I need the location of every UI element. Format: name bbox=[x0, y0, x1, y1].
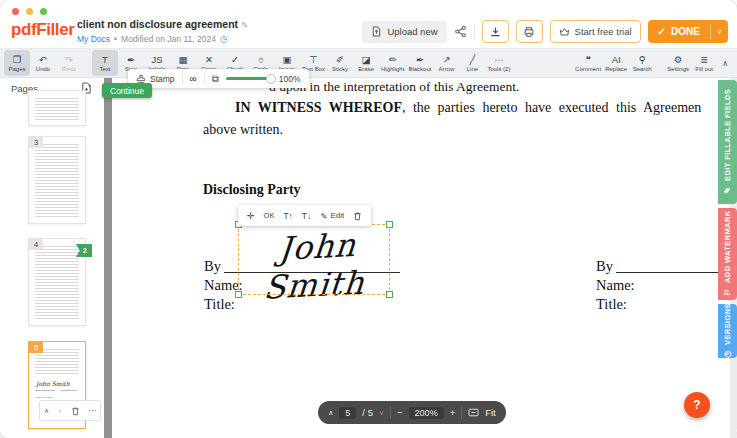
resize-handle[interactable] bbox=[386, 291, 393, 298]
doc-line-3: above written. bbox=[203, 122, 283, 138]
download-button[interactable] bbox=[482, 20, 509, 43]
zoom-in-button[interactable]: + bbox=[450, 407, 456, 418]
continue-button[interactable]: Continue bbox=[102, 83, 152, 98]
print-button[interactable] bbox=[516, 20, 543, 43]
current-page-input[interactable]: 5 bbox=[339, 407, 356, 419]
tool-line[interactable]: ╱Line bbox=[459, 50, 485, 76]
arrow-label: Arrow bbox=[439, 66, 455, 73]
edit-signature-button[interactable]: ✎Edit bbox=[320, 211, 344, 221]
page-number-4: 4 bbox=[29, 239, 43, 250]
erase-label: Erase bbox=[358, 66, 374, 73]
tool-highlight[interactable]: ✏Highlight bbox=[379, 50, 406, 76]
date-icon: ▦ bbox=[179, 54, 188, 65]
sticky-icon: ✐ bbox=[336, 54, 344, 65]
page-move-down-button[interactable]: ∨ bbox=[57, 407, 62, 415]
tab-versions[interactable]: ◷VERSIONS bbox=[718, 304, 737, 358]
page-more-options-button[interactable]: ⋯ bbox=[88, 406, 96, 415]
doc-line-2: IN WITNESS WHEREOF, the parties hereto h… bbox=[235, 100, 701, 116]
close-window-button[interactable] bbox=[12, 8, 19, 15]
ok-button[interactable]: OK bbox=[264, 211, 275, 220]
fit-icon[interactable] bbox=[468, 408, 479, 417]
slider-knob[interactable] bbox=[266, 74, 276, 84]
page-controls: ∧ ∨ ⋯ bbox=[39, 400, 101, 421]
zoom-out-button[interactable]: − bbox=[397, 407, 403, 418]
tool-text[interactable]: TText bbox=[92, 50, 118, 76]
minimize-window-button[interactable] bbox=[26, 8, 33, 15]
size-slider[interactable] bbox=[226, 77, 272, 80]
tool-pages[interactable]: ❐Pages bbox=[4, 50, 30, 76]
tool-fill-out[interactable]: ≣Fill out bbox=[691, 50, 717, 76]
search-label: Search bbox=[633, 66, 652, 73]
line-icon: ╱ bbox=[470, 54, 476, 65]
arrow-icon: ↗ bbox=[442, 54, 450, 65]
tool-sticky[interactable]: ✐Sticky bbox=[327, 50, 353, 76]
history-clock-icon[interactable]: ◷ bbox=[220, 33, 228, 45]
page-move-up-button[interactable]: ∧ bbox=[44, 407, 49, 415]
page-thumbnail-4[interactable]: 4 2 bbox=[28, 238, 86, 326]
add-watermark-label: ADD WATERMARK bbox=[723, 211, 732, 284]
app-window: pdfFiller client non disclosure agreemen… bbox=[0, 0, 737, 438]
pdffiller-logo[interactable]: pdfFiller bbox=[11, 20, 74, 40]
tool-search[interactable]: ⚲Search bbox=[629, 50, 655, 76]
tab-add-watermark[interactable]: ⚐ADD WATERMARK bbox=[718, 208, 737, 300]
rename-icon[interactable]: ✎ bbox=[241, 20, 248, 30]
tool-replace[interactable]: AIReplace bbox=[603, 50, 629, 76]
next-page-button[interactable]: ∨ bbox=[379, 409, 384, 417]
previous-page-button[interactable]: ∧ bbox=[328, 409, 333, 417]
stamp-button[interactable]: Stamp bbox=[136, 74, 175, 84]
document-page: d upon in the interpretation of this Agr… bbox=[112, 78, 729, 438]
zoom-window-button[interactable] bbox=[40, 8, 47, 15]
undo-label: Undo bbox=[36, 66, 50, 73]
tool-settings[interactable]: ⚙Settings bbox=[665, 50, 691, 76]
circle-icon: ○ bbox=[258, 54, 264, 65]
done-button[interactable]: ✓ DONE ∨ bbox=[648, 20, 728, 43]
tool-erase[interactable]: ◪Erase bbox=[353, 50, 379, 76]
header-divider bbox=[474, 24, 475, 39]
thumb-signature: John Smith bbox=[36, 380, 70, 387]
tool-undo[interactable]: ↶Undo bbox=[30, 50, 56, 76]
breadcrumb-my-docs[interactable]: My Docs bbox=[77, 33, 110, 45]
main-toolbar: ❐Pages↶Undo↷Redo TText✒SignJSInitials▦Da… bbox=[0, 48, 737, 78]
resize-handle[interactable] bbox=[235, 291, 242, 298]
font-decrease-button[interactable]: T↓ bbox=[302, 211, 311, 221]
title-label-left: Title: bbox=[204, 296, 235, 313]
breadcrumb-dot: • bbox=[114, 33, 117, 45]
start-free-trial-button[interactable]: Start free trial bbox=[550, 20, 641, 43]
link-button[interactable]: ∞ bbox=[190, 73, 197, 84]
document-header: client non disclosure agreement✎ My Docs… bbox=[77, 17, 248, 45]
tool-blackout[interactable]: ✒Blackout bbox=[406, 50, 433, 76]
share-icon[interactable] bbox=[454, 25, 467, 38]
move-icon[interactable]: ✛ bbox=[247, 211, 255, 221]
tool-comment[interactable]: ❝Comment bbox=[573, 50, 603, 76]
resize-handle[interactable] bbox=[386, 221, 393, 228]
toolbar-collapse-button[interactable]: ∧ bbox=[717, 59, 733, 68]
page-zoom-bar: ∧ 5 / 5 ∨ − 200% + Fit bbox=[318, 401, 506, 424]
tool-arrow[interactable]: ↗Arrow bbox=[433, 50, 459, 76]
tab-edit-fillable-fields[interactable]: ✎EDIT FILLABLE FIELDS bbox=[718, 80, 737, 204]
sign-icon: ✒ bbox=[127, 54, 135, 65]
text-format-toolbar: Stamp ∞ ⧉ 100% bbox=[128, 69, 309, 88]
copy-button[interactable]: ⧉ bbox=[212, 73, 219, 85]
modified-text: Modified on Jan 11, 2024 bbox=[121, 33, 216, 45]
page-thumbnail-2[interactable] bbox=[28, 90, 86, 126]
tool-redo[interactable]: ↷Redo bbox=[56, 50, 82, 76]
versions-icon: ◷ bbox=[723, 350, 732, 359]
tool-tools-2[interactable]: ⋯Tools (2) bbox=[485, 50, 512, 76]
text-icon: T bbox=[102, 54, 108, 65]
signature-selection-box[interactable] bbox=[238, 224, 390, 295]
delete-signature-icon[interactable] bbox=[353, 211, 362, 221]
help-button[interactable]: ? bbox=[684, 392, 710, 418]
fit-button[interactable]: Fit bbox=[485, 407, 496, 418]
sidebar-scrollbar[interactable] bbox=[104, 78, 112, 438]
zoom-level[interactable]: 200% bbox=[409, 407, 444, 419]
upload-new-button[interactable]: Upload new bbox=[362, 21, 446, 43]
highlight-label: Highlight bbox=[381, 66, 404, 73]
font-increase-button[interactable]: T↑ bbox=[283, 211, 292, 221]
erase-icon: ◪ bbox=[362, 54, 371, 65]
search-icon: ⚲ bbox=[639, 54, 646, 65]
tools-2-icon: ⋯ bbox=[494, 54, 504, 65]
done-dropdown-caret[interactable]: ∨ bbox=[711, 20, 728, 43]
delete-page-icon[interactable] bbox=[71, 406, 80, 416]
signature-line-right bbox=[616, 272, 726, 273]
page-thumbnail-3[interactable]: 3 bbox=[28, 136, 86, 224]
